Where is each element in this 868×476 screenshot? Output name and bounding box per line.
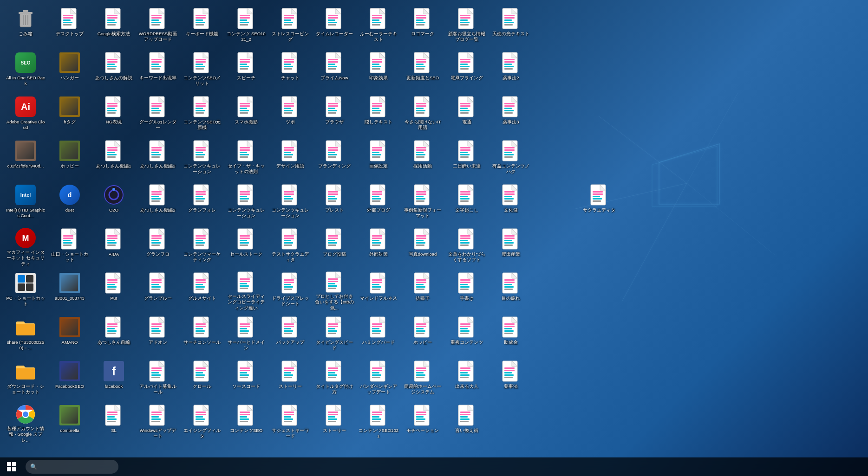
icon-logo-mark[interactable]: ロゴマーク	[402, 5, 444, 46]
icon-contents-marketing[interactable]: コンテンツマーケティング	[181, 225, 223, 267]
icon-humming-bird[interactable]: ハミングバード	[358, 313, 399, 355]
icon-time-recorder[interactable]: タイムレコーダー	[313, 5, 355, 46]
icon-design-yogo[interactable]: デザイン用語	[269, 137, 311, 179]
icon-crawl[interactable]: クロール	[181, 357, 223, 399]
icon-customer-info[interactable]: 顧客お役立ち情報ブログ一覧	[446, 5, 488, 46]
icon-yakuji2[interactable]: 薬事法2	[490, 49, 532, 90]
icon-hobi[interactable]: ホッピー	[49, 137, 91, 179]
icon-jireishu[interactable]: 事例集新視フォーマット	[402, 181, 444, 223]
icon-meishi[interactable]: 抗張子	[402, 269, 444, 311]
icon-wordpress-video[interactable]: WORDPRESS動画 アップロード	[137, 5, 179, 46]
icon-test-sakura[interactable]: テストサクラエディタ	[269, 225, 311, 267]
icon-google-account[interactable]: 各種アカウント情報 - Google スプレ...	[5, 401, 46, 443]
icon-sl[interactable]: SL	[93, 401, 135, 443]
icon-ng-hyogen[interactable]: NG表現	[93, 93, 135, 135]
icon-nijikai[interactable]: 二日酔い未達	[446, 137, 488, 179]
icon-arubaito[interactable]: アルバイト募集ルール	[137, 357, 179, 399]
icon-typing-speed[interactable]: タイピングスピード	[313, 313, 355, 355]
icon-iikae[interactable]: 言い換え術	[446, 401, 488, 443]
icon-suggest-keyword[interactable]: サジェストキーワード	[269, 401, 311, 443]
icon-speech[interactable]: スピーチ	[225, 49, 267, 90]
icon-tegaki[interactable]: 手書き	[446, 269, 488, 311]
icon-image-settings[interactable]: 画像設定	[358, 137, 399, 179]
icon-yakuji[interactable]: 薬事法	[490, 357, 532, 399]
icon-hobi2[interactable]: ホッピー	[402, 313, 444, 355]
icon-grand-blue[interactable]: グランブルー	[137, 269, 179, 311]
icon-sakura-editor-far[interactable]: サクラエディタ	[578, 181, 620, 223]
icon-gaibu-taisaku[interactable]: 外部対策	[358, 225, 399, 267]
icon-server-domain[interactable]: サーバーとドメイン	[225, 313, 267, 355]
icon-pandas-update[interactable]: パンダペンギンアップデート	[358, 357, 399, 399]
icon-aging-filter[interactable]: エイジングフィルタ	[181, 401, 223, 443]
icon-prime-now[interactable]: プライムNow	[313, 49, 355, 90]
icon-aida[interactable]: AIDA	[93, 225, 135, 267]
icon-story[interactable]: ストーリー	[269, 357, 311, 399]
icon-browser[interactable]: ブラウザ	[313, 93, 355, 135]
icon-google-kensaku[interactable]: Google検索方法	[93, 5, 135, 46]
icon-a0001[interactable]: a0001_003743	[49, 269, 91, 311]
icon-keyword-shutsugen[interactable]: キーワード出現率	[137, 49, 179, 90]
icon-branding[interactable]: ブランディング	[313, 137, 355, 179]
icon-download-short[interactable]: ダウンロード・ショートカット	[5, 357, 46, 399]
icon-allinone[interactable]: SEOAll In One SEO Pack	[5, 49, 46, 90]
icon-story2[interactable]: ストーリー	[313, 401, 355, 443]
icon-denwa-flying[interactable]: 電凧フライング	[446, 49, 488, 90]
icon-motibe[interactable]: モチベーション	[402, 401, 444, 443]
icon-mcafee[interactable]: Mマカフィー インターネット セキュリティ	[5, 225, 46, 267]
icon-toyota-sangyo[interactable]: 豊田産業	[490, 225, 532, 267]
icon-smartphone[interactable]: スマホ撮影	[225, 93, 267, 135]
icon-saiyou-katsudo[interactable]: 採用活動	[402, 137, 444, 179]
icon-shashin-download[interactable]: 写真download	[402, 225, 444, 267]
icon-contents-curation2[interactable]: コンテンツキュレーション	[225, 181, 267, 223]
icon-source-code[interactable]: ソースコード	[225, 357, 267, 399]
icon-grand-floor[interactable]: グランフロ	[137, 225, 179, 267]
icon-imasara[interactable]: 今さら聞けないIT用語	[402, 93, 444, 135]
icon-denwa2[interactable]: 電通	[446, 93, 488, 135]
icon-joseikin[interactable]: 助成金	[490, 313, 532, 355]
icon-mindfulness[interactable]: マインドフルネス	[358, 269, 399, 311]
icon-sales-talk[interactable]: セールストーク	[225, 225, 267, 267]
icon-keyboard[interactable]: キーボード機能	[181, 5, 223, 46]
icon-chofuku[interactable]: 重複コンテンツ	[446, 313, 488, 355]
icon-atsushi-kaisetsu[interactable]: あつしさんの解説	[93, 49, 135, 90]
icon-facebookseo-icon[interactable]: FacebookSEO	[49, 357, 91, 399]
icon-adobe[interactable]: AiAdobe Creative Cloud	[5, 93, 46, 135]
search-bar[interactable]: 🔍	[26, 460, 118, 474]
icon-atsushi-kohen2[interactable]: あつしさん後編2	[137, 137, 179, 179]
icon-contents-seo-merit[interactable]: コンテンツSEOメリット	[181, 49, 223, 90]
icon-htag[interactable]: hタグ	[49, 93, 91, 135]
icon-intel[interactable]: IntelIntel(R) HD Graphics Cont...	[5, 181, 46, 223]
icon-mojiokoshi[interactable]: 文字起こし	[446, 181, 488, 223]
icon-contents-curation[interactable]: コンテンツキュレーション	[181, 137, 223, 179]
icon-grand-floor2[interactable]: グランフォレ	[181, 181, 223, 223]
icon-gomi[interactable]: ごみ箱	[5, 5, 46, 46]
icon-backup[interactable]: バックアップ	[269, 313, 311, 355]
icon-atsushi-kohen1[interactable]: あつしさん後編1	[93, 137, 135, 179]
icon-fumu-text[interactable]: ふーむーラーテキスト	[358, 5, 399, 46]
icon-amano[interactable]: AMANO	[49, 313, 91, 355]
start-button[interactable]	[0, 457, 23, 476]
icon-koshin-seo[interactable]: 更新頻度とSEO	[402, 49, 444, 90]
icon-c32f21[interactable]: c32f21fbfe7940d...	[5, 137, 46, 179]
icon-oombrella[interactable]: oombrella	[49, 401, 91, 443]
icon-kantan-homepage[interactable]: 簡易的ホームページシステム	[402, 357, 444, 399]
icon-contents-seo2[interactable]: コンテンツSEO	[225, 401, 267, 443]
icon-gaibu-blog[interactable]: 外部ブログ	[358, 181, 399, 223]
icon-facebook-icon[interactable]: ffacebook	[93, 357, 135, 399]
icon-blog-post[interactable]: ブログ投稿	[313, 225, 355, 267]
icon-yamag[interactable]: 山口・ショートカット	[49, 225, 91, 267]
icon-addon[interactable]: アドオン	[137, 313, 179, 355]
icon-title-tag[interactable]: タイトルタグ付け方	[313, 357, 355, 399]
icon-search-console[interactable]: サーチコンソール	[181, 313, 223, 355]
icon-chat[interactable]: チャット	[269, 49, 311, 90]
icon-pro-tsukiai[interactable]: プロとしてお付き合いをする【etBの気...	[313, 269, 355, 311]
icon-pc-shortcut[interactable]: PC・ショートカット	[5, 269, 46, 311]
icon-sales-sliding[interactable]: セールスライディングコピーライティング違い	[225, 269, 267, 311]
icon-stress-coding[interactable]: ストレスコーピング	[269, 5, 311, 46]
icon-atsushi-kohen2b[interactable]: あつしさん後編2	[137, 181, 179, 223]
icon-yakuji3[interactable]: 薬事法3	[490, 93, 532, 135]
icon-contents-seo1021[interactable]: コンテンツSEO1021	[358, 401, 399, 443]
icon-presuto[interactable]: プレスト	[313, 181, 355, 223]
icon-tenshi-text[interactable]: 天使の光テキスト	[490, 5, 532, 46]
icon-hanger[interactable]: ハンガー	[49, 49, 91, 90]
